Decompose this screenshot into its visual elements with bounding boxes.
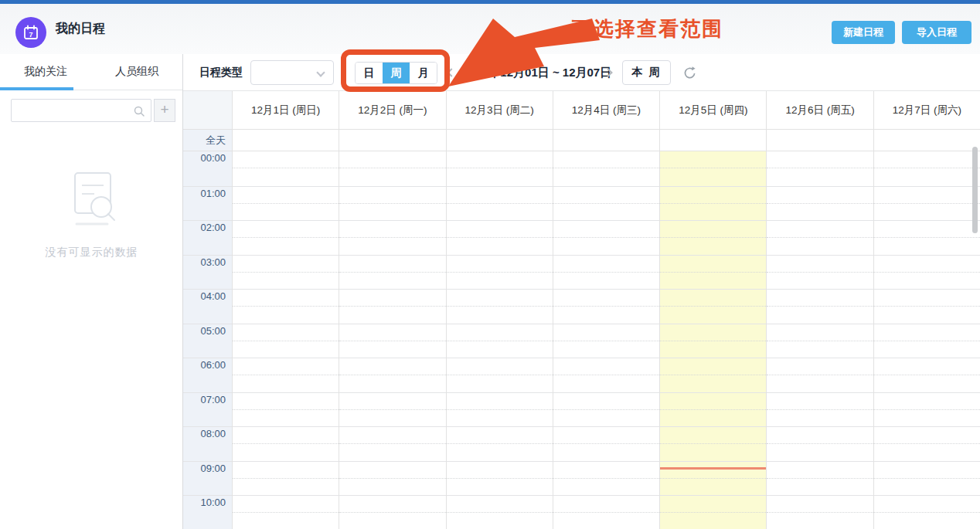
hour-cell[interactable] (660, 186, 766, 221)
member-search-input[interactable] (12, 100, 151, 121)
prev-week-button[interactable] (444, 54, 458, 91)
hour-cell[interactable] (233, 324, 339, 358)
tab-my-follows[interactable]: 我的关注 (0, 54, 91, 90)
hour-cell[interactable] (233, 186, 339, 221)
hour-cell[interactable] (447, 392, 553, 427)
hour-cell[interactable] (767, 495, 873, 529)
hour-cell[interactable] (553, 461, 659, 496)
hour-cell[interactable] (447, 495, 553, 529)
tab-org[interactable]: 人员组织 (91, 54, 182, 90)
hour-cell[interactable] (233, 151, 339, 186)
hour-cell[interactable] (660, 358, 766, 392)
hour-cell[interactable] (339, 495, 445, 529)
hour-cell[interactable] (339, 289, 445, 324)
hour-cell[interactable] (660, 426, 766, 461)
hour-cell[interactable] (553, 324, 659, 358)
hour-cell[interactable] (339, 186, 445, 221)
hour-cell[interactable] (767, 461, 873, 496)
hour-cell[interactable] (553, 289, 659, 324)
hour-cell[interactable] (767, 186, 873, 221)
hour-cell[interactable] (767, 289, 873, 324)
add-member-button[interactable]: + (154, 99, 175, 122)
hour-cell[interactable] (447, 220, 553, 255)
hour-cell[interactable] (553, 151, 659, 186)
hour-cell[interactable] (233, 220, 339, 255)
hour-cell[interactable] (660, 392, 766, 427)
hour-cell[interactable] (874, 220, 980, 255)
hour-cell[interactable] (874, 495, 980, 529)
schedule-type-select[interactable] (250, 60, 334, 85)
hour-cell[interactable] (553, 220, 659, 255)
hour-cell[interactable] (339, 461, 445, 496)
allday-cell[interactable] (232, 130, 339, 151)
hour-cell[interactable] (767, 392, 873, 427)
hour-cell[interactable] (339, 220, 445, 255)
grid-scrollbar-thumb[interactable] (972, 147, 978, 233)
hour-cell[interactable] (660, 461, 766, 496)
hour-cell[interactable] (339, 426, 445, 461)
hour-cell[interactable] (447, 324, 553, 358)
hour-cell[interactable] (767, 426, 873, 461)
hour-cell[interactable] (233, 426, 339, 461)
hour-cell[interactable] (874, 151, 980, 186)
hour-cell[interactable] (233, 392, 339, 427)
hour-cell[interactable] (447, 186, 553, 221)
hour-cell[interactable] (447, 151, 553, 186)
hour-cell[interactable] (447, 358, 553, 392)
hour-cell[interactable] (233, 358, 339, 392)
hour-cell[interactable] (553, 358, 659, 392)
hour-cell[interactable] (660, 289, 766, 324)
hour-cell[interactable] (339, 151, 445, 186)
view-option-2[interactable]: 月 (410, 63, 437, 83)
this-week-button[interactable]: 本 周 (622, 60, 671, 85)
import-schedule-button[interactable]: 导入日程 (902, 21, 971, 44)
hour-cell[interactable] (660, 495, 766, 529)
hour-cell[interactable] (339, 255, 445, 290)
hour-cell[interactable] (233, 289, 339, 324)
app-header: 7 我的日程 可选择查看范围 新建日程 导入日程 (0, 4, 980, 54)
hour-cell[interactable] (660, 151, 766, 186)
hour-cell[interactable] (874, 324, 980, 358)
view-option-1[interactable]: 周 (383, 63, 410, 83)
hour-cell[interactable] (874, 358, 980, 392)
hour-cell[interactable] (233, 461, 339, 496)
hour-cell[interactable] (767, 220, 873, 255)
allday-cell[interactable] (766, 130, 873, 151)
hour-cell[interactable] (447, 289, 553, 324)
hour-cell[interactable] (660, 220, 766, 255)
hour-cell[interactable] (447, 255, 553, 290)
hour-cell[interactable] (874, 392, 980, 427)
hour-cell[interactable] (874, 255, 980, 290)
hour-cell[interactable] (553, 392, 659, 427)
hour-cell[interactable] (874, 426, 980, 461)
hour-cell[interactable] (660, 324, 766, 358)
hour-cell[interactable] (874, 461, 980, 496)
allday-cell[interactable] (339, 130, 445, 151)
hour-cell[interactable] (553, 186, 659, 221)
allday-cell[interactable] (446, 130, 553, 151)
hour-cell[interactable] (553, 255, 659, 290)
allday-cell[interactable] (659, 130, 766, 151)
hour-cell[interactable] (874, 289, 980, 324)
hour-cell[interactable] (874, 186, 980, 221)
hour-cell[interactable] (339, 358, 445, 392)
allday-cell[interactable] (873, 130, 980, 151)
hour-cell[interactable] (767, 358, 873, 392)
hour-cell[interactable] (767, 324, 873, 358)
hour-cell[interactable] (339, 392, 445, 427)
hour-cell[interactable] (447, 461, 553, 496)
hour-cell[interactable] (660, 255, 766, 290)
hour-cell[interactable] (553, 495, 659, 529)
hour-cell[interactable] (233, 255, 339, 290)
new-schedule-button[interactable]: 新建日程 (832, 21, 895, 44)
allday-cell[interactable] (553, 130, 659, 151)
next-week-button[interactable] (601, 54, 615, 91)
refresh-button[interactable] (682, 66, 697, 81)
hour-cell[interactable] (339, 324, 445, 358)
hour-cell[interactable] (767, 255, 873, 290)
hour-cell[interactable] (447, 426, 553, 461)
hour-cell[interactable] (233, 495, 339, 529)
view-option-0[interactable]: 日 (356, 63, 383, 83)
hour-cell[interactable] (553, 426, 659, 461)
hour-cell[interactable] (767, 151, 873, 186)
